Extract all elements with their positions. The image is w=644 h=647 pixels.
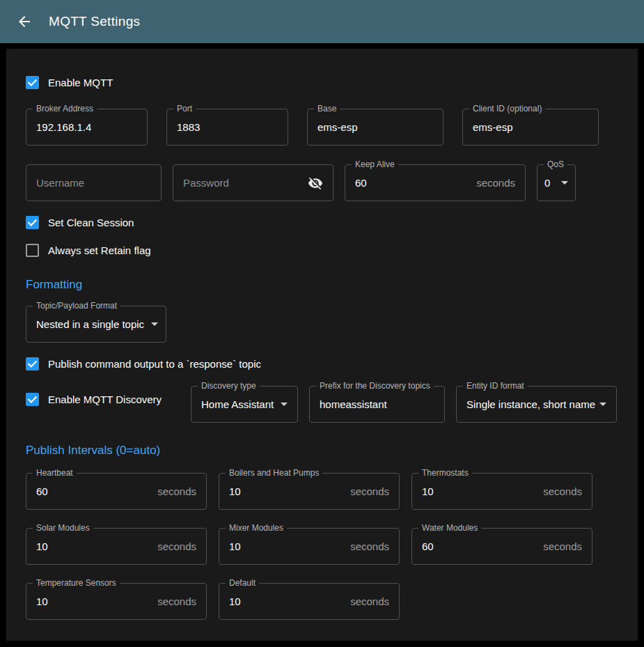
checkbox-checked-icon (26, 393, 39, 406)
clean-session-checkbox[interactable]: Set Clean Session (26, 214, 618, 231)
field-value: 60 (36, 485, 48, 497)
field-suffix: seconds (543, 540, 582, 552)
field-value: 192.168.1.4 (36, 121, 91, 133)
publish-intervals-heading: Publish Intervals (0=auto) (26, 444, 618, 459)
field-label: Discovery type (198, 381, 260, 391)
formatting-heading: Formatting (26, 278, 618, 293)
back-button[interactable] (10, 7, 39, 36)
retain-flag-checkbox[interactable]: Always set Retain flag (26, 242, 618, 258)
checkbox-label: Always set Retain flag (48, 244, 151, 256)
interval-field-default[interactable]: Default 10 seconds (219, 583, 400, 620)
field-label: Port (173, 104, 196, 114)
qos-select[interactable]: QoS 0 (537, 164, 576, 201)
field-label: Prefix for the Discovery topics (316, 381, 434, 391)
checkbox-label: Set Clean Session (48, 217, 134, 228)
select-value: Single instance, short name (466, 398, 595, 410)
page-title: MQTT Settings (49, 14, 140, 29)
field-label: Solar Modules (33, 523, 93, 533)
topic-payload-format-select[interactable]: Topic/Payload Format Nested in a single … (26, 306, 166, 343)
field-label: Water Modules (418, 523, 481, 533)
client-id-field[interactable]: Client ID (optional) ems-esp (462, 109, 599, 146)
field-value: 10 (229, 540, 241, 552)
field-value: 10 (36, 540, 48, 552)
password-field[interactable]: Password (173, 164, 333, 201)
field-value: homeassistant (320, 398, 387, 410)
field-suffix: seconds (350, 485, 389, 497)
field-suffix: seconds (476, 177, 515, 189)
checkbox-label: Enable MQTT Discovery (48, 393, 162, 405)
field-suffix: seconds (543, 485, 582, 497)
intervals-grid: Heartbeat 60 seconds Boilers and Heat Pu… (26, 473, 618, 620)
select-value: 0 (544, 177, 550, 189)
interval-field-boilers[interactable]: Boilers and Heat Pumps 10 seconds (219, 473, 400, 510)
interval-field-temperature[interactable]: Temperature Sensors 10 seconds (26, 583, 207, 620)
username-field[interactable]: Username (26, 164, 162, 201)
base-field[interactable]: Base ems-esp (307, 109, 443, 146)
checkbox-checked-icon (26, 357, 39, 371)
field-suffix: seconds (157, 540, 196, 552)
interval-field-heartbeat[interactable]: Heartbeat 60 seconds (26, 473, 207, 510)
field-label: Mixer Modules (226, 523, 287, 533)
visibility-off-icon[interactable] (308, 176, 323, 191)
field-suffix: seconds (157, 485, 196, 497)
discovery-type-select[interactable]: Discovery type Home Assistant (191, 386, 298, 423)
field-value: 10 (229, 485, 241, 497)
field-value: 10 (36, 595, 48, 607)
field-label: Topic/Payload Format (33, 301, 120, 311)
field-value: 10 (229, 595, 241, 607)
field-value: ems-esp (317, 121, 358, 133)
back-arrow-icon (16, 13, 33, 30)
field-label: Boilers and Heat Pumps (226, 468, 322, 478)
checkbox-label: Publish command output to a `response` t… (48, 358, 261, 370)
app-bar: MQTT Settings (0, 0, 644, 43)
field-suffix: seconds (157, 595, 196, 607)
checkbox-checked-icon (26, 216, 39, 229)
field-label: QoS (544, 159, 567, 169)
publish-response-checkbox[interactable]: Publish command output to a `response` t… (26, 355, 618, 372)
field-placeholder: Username (36, 177, 84, 189)
select-value: Nested in a single topic (36, 318, 144, 330)
field-suffix: seconds (350, 540, 389, 552)
field-label: Temperature Sensors (33, 578, 120, 588)
dropdown-arrow-icon (151, 322, 158, 326)
discovery-prefix-field[interactable]: Prefix for the Discovery topics homeassi… (309, 386, 445, 423)
field-label: Heartbeat (33, 468, 77, 478)
field-value: ems-esp (473, 121, 513, 133)
interval-field-solar[interactable]: Solar Modules 10 seconds (26, 528, 207, 565)
field-value: 10 (422, 485, 434, 497)
field-label: Entity ID format (463, 381, 528, 391)
settings-panel: Enable MQTT Broker Address 192.168.1.4 P… (6, 49, 638, 641)
field-label: Thermostats (418, 468, 472, 478)
checkbox-checked-icon (26, 76, 39, 89)
field-value: 60 (422, 540, 434, 552)
interval-field-mixer[interactable]: Mixer Modules 10 seconds (219, 528, 400, 565)
field-value: 1883 (177, 121, 200, 133)
dropdown-arrow-icon (561, 181, 568, 185)
interval-field-water[interactable]: Water Modules 60 seconds (411, 528, 592, 565)
checkbox-unchecked-icon (26, 244, 39, 257)
select-value: Home Assistant (201, 398, 274, 410)
field-label: Default (226, 578, 259, 588)
dropdown-arrow-icon (281, 403, 288, 406)
port-field[interactable]: Port 1883 (166, 109, 288, 146)
field-label: Broker Address (33, 104, 97, 114)
keep-alive-field[interactable]: Keep Alive 60 seconds (345, 164, 526, 201)
field-label: Keep Alive (352, 159, 398, 169)
entity-id-format-select[interactable]: Entity ID format Single instance, short … (456, 386, 617, 423)
field-label: Base (314, 104, 340, 114)
dropdown-arrow-icon (599, 403, 606, 406)
enable-mqtt-checkbox[interactable]: Enable MQTT (26, 74, 618, 91)
field-suffix: seconds (350, 595, 389, 607)
broker-address-field[interactable]: Broker Address 192.168.1.4 (26, 109, 148, 146)
checkbox-label: Enable MQTT (48, 77, 113, 88)
interval-field-thermostats[interactable]: Thermostats 10 seconds (411, 473, 592, 510)
field-placeholder: Password (183, 177, 229, 189)
field-label: Client ID (optional) (469, 104, 545, 114)
enable-discovery-checkbox[interactable]: Enable MQTT Discovery (26, 386, 180, 403)
field-value: 60 (355, 177, 367, 189)
